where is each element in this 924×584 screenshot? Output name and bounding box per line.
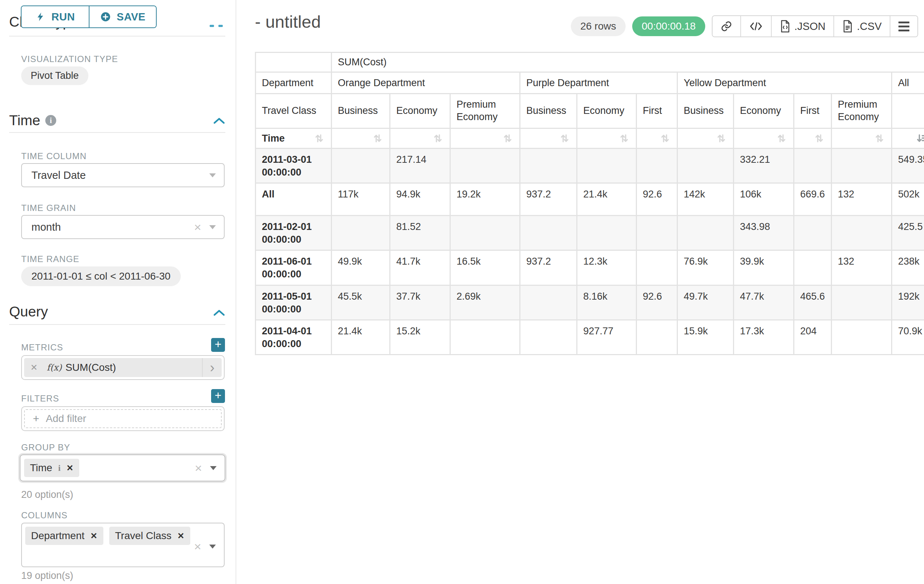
sort-cell[interactable] (734, 129, 793, 148)
add-metric-button[interactable]: + (211, 338, 225, 352)
run-save-button-group: RUN SAVE (21, 5, 157, 28)
clear-icon[interactable]: × (194, 540, 201, 553)
add-filter-plus-button[interactable]: + (211, 389, 225, 403)
embed-code-button[interactable] (740, 16, 771, 36)
control-panel: Chart Type RUN SAVE VISUALIZATION TYPE P… (0, 0, 236, 584)
group-by-chip-time[interactable]: Time i ✕ (24, 459, 79, 477)
plus-circle-icon (100, 12, 111, 22)
run-button[interactable]: RUN (21, 6, 89, 27)
sort-descending-icon[interactable] (916, 133, 924, 144)
value-cell (832, 321, 891, 354)
value-cell: 12.3k (578, 251, 636, 285)
chevron-down-icon[interactable] (209, 173, 216, 178)
visualization-type-pill[interactable]: Pivot Table (21, 66, 88, 85)
value-cell: 19.2k (450, 184, 519, 215)
sort-icon[interactable] (502, 133, 513, 144)
value-cell (832, 286, 891, 319)
value-cell: 204 (794, 321, 831, 354)
sort-cell[interactable] (832, 129, 891, 148)
value-cell: 16.5k (450, 251, 519, 285)
sort-icon[interactable] (372, 133, 383, 144)
sort-icon[interactable] (776, 133, 787, 144)
row-label-cell: 2011-04-01 00:00:00 (256, 321, 331, 354)
sort-cell[interactable] (678, 129, 733, 148)
sort-icon[interactable] (659, 133, 671, 144)
columns-chip-department[interactable]: Department ✕ (25, 527, 103, 545)
add-filter-button[interactable]: + Add filter (24, 409, 222, 428)
clear-icon[interactable]: × (195, 462, 202, 474)
group-header-cell: All (892, 72, 924, 93)
class-header-cell: Premium Economy (832, 94, 891, 128)
sort-cell[interactable] (520, 129, 576, 148)
sort-icon[interactable] (559, 133, 571, 144)
class-header-cell: Business (332, 94, 389, 128)
value-cell (520, 286, 576, 319)
chevron-down-icon[interactable] (210, 466, 216, 470)
sort-cell[interactable] (578, 129, 636, 148)
value-cell: 343.98 (734, 216, 793, 250)
time-range-label: TIME RANGE (21, 254, 79, 264)
remove-chip-icon[interactable]: ✕ (66, 463, 73, 473)
time-header-label: Time (262, 133, 285, 144)
sort-icon[interactable] (618, 133, 630, 144)
table-row: 2011-06-01 00:00:0049.9k41.7k16.5k937.21… (256, 251, 924, 285)
value-cell: 2.69k (450, 286, 519, 319)
value-cell: 937.2 (520, 184, 576, 215)
sort-cell[interactable] (794, 129, 831, 148)
sort-icon[interactable] (432, 133, 444, 144)
travel-class-header-cell: Travel Class (256, 94, 331, 128)
collapsed-caret-right (218, 25, 223, 27)
class-header-cell: Economy (390, 94, 450, 128)
copy-link-button[interactable] (713, 16, 740, 36)
export-csv-button[interactable]: .CSV (833, 16, 890, 36)
chevron-right-icon[interactable]: › (202, 358, 222, 377)
class-header-cell: First (794, 94, 831, 128)
query-section-collapse-chevron-icon[interactable] (213, 309, 225, 318)
value-cell (794, 149, 831, 183)
sort-cell[interactable] (450, 129, 519, 148)
menu-button[interactable] (890, 16, 917, 36)
time-range-pill[interactable]: 2011-01-01 ≤ col < 2011-06-30 (21, 267, 181, 286)
time-grain-select[interactable]: month × (21, 215, 224, 239)
value-cell: 937.2 (520, 251, 576, 285)
value-cell: 15.2k (390, 321, 450, 354)
chevron-down-icon[interactable] (209, 545, 216, 549)
metric-chip[interactable]: ✕ f(x) SUM(Cost) › (24, 358, 222, 377)
clear-icon[interactable]: × (194, 221, 201, 233)
time-sort-cell[interactable]: Time (256, 129, 331, 148)
sort-icon[interactable] (314, 133, 325, 144)
sort-icon[interactable] (874, 133, 885, 144)
sort-icon[interactable] (716, 133, 727, 144)
section-divider (9, 36, 225, 36)
value-cell: 8.16k (578, 286, 636, 319)
remove-metric-icon[interactable]: ✕ (24, 362, 44, 373)
value-cell: 927.77 (578, 321, 636, 354)
save-button[interactable]: SAVE (89, 6, 156, 27)
remove-chip-icon[interactable]: ✕ (90, 531, 97, 541)
chart-title[interactable]: - untitled (255, 12, 321, 32)
group-by-select[interactable]: Time i ✕ × (20, 454, 225, 482)
sort-cell[interactable] (892, 129, 924, 148)
metric-name: SUM(Cost) (65, 362, 202, 373)
sort-cell[interactable] (332, 129, 389, 148)
value-cell (637, 216, 677, 250)
chevron-down-icon[interactable] (209, 225, 216, 229)
remove-chip-icon[interactable]: ✕ (178, 531, 185, 541)
value-cell: 21.4k (332, 321, 389, 354)
value-cell (794, 216, 831, 250)
time-column-select[interactable]: Travel Date (21, 163, 224, 187)
group-by-options-count: 20 option(s) (21, 489, 73, 500)
sort-cell[interactable] (390, 129, 450, 148)
file-code-icon (780, 20, 791, 33)
columns-chip-travel-class[interactable]: Travel Class ✕ (109, 527, 190, 545)
time-section-collapse-chevron-icon[interactable] (213, 117, 225, 126)
export-json-button[interactable]: .JSON (771, 16, 833, 36)
class-header-cell (892, 94, 924, 128)
class-header-cell: Premium Economy (450, 94, 519, 128)
value-cell: 15.9k (678, 321, 733, 354)
sort-cell[interactable] (637, 129, 677, 148)
sort-icon[interactable] (813, 133, 825, 144)
columns-select[interactable]: Department ✕ Travel Class ✕ × (21, 523, 224, 567)
link-icon (721, 20, 732, 32)
info-icon: i (45, 115, 56, 126)
